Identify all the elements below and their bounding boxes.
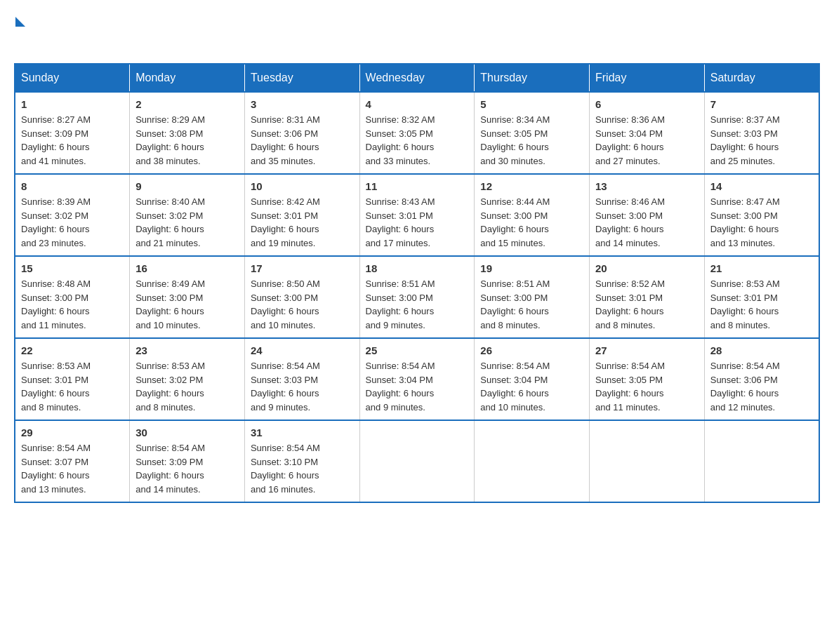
day-info: Sunrise: 8:52 AMSunset: 3:01 PMDaylight:… bbox=[595, 277, 699, 332]
day-info: Sunrise: 8:51 AMSunset: 3:00 PMDaylight:… bbox=[480, 277, 583, 332]
day-info: Sunrise: 8:54 AMSunset: 3:03 PMDaylight:… bbox=[251, 359, 354, 414]
logo bbox=[14, 14, 25, 49]
day-number: 12 bbox=[480, 180, 583, 192]
calendar-cell: 2 Sunrise: 8:29 AMSunset: 3:08 PMDayligh… bbox=[130, 92, 245, 174]
calendar-cell: 9 Sunrise: 8:40 AMSunset: 3:02 PMDayligh… bbox=[130, 174, 245, 256]
day-number: 28 bbox=[710, 344, 813, 356]
day-number: 7 bbox=[710, 98, 813, 110]
day-number: 10 bbox=[251, 180, 354, 192]
page-header bbox=[14, 14, 820, 49]
calendar-cell: 13 Sunrise: 8:46 AMSunset: 3:00 PMDaylig… bbox=[590, 174, 705, 256]
header-day-wednesday: Wednesday bbox=[359, 64, 475, 92]
day-number: 26 bbox=[480, 344, 583, 356]
day-number: 5 bbox=[480, 98, 583, 110]
day-info: Sunrise: 8:49 AMSunset: 3:00 PMDaylight:… bbox=[135, 277, 239, 332]
week-row-3: 15 Sunrise: 8:48 AMSunset: 3:00 PMDaylig… bbox=[15, 256, 819, 338]
header-day-tuesday: Tuesday bbox=[244, 64, 359, 92]
calendar-cell: 15 Sunrise: 8:48 AMSunset: 3:00 PMDaylig… bbox=[15, 256, 130, 338]
day-number: 20 bbox=[595, 262, 699, 274]
calendar-cell: 27 Sunrise: 8:54 AMSunset: 3:05 PMDaylig… bbox=[590, 338, 705, 420]
day-info: Sunrise: 8:31 AMSunset: 3:06 PMDaylight:… bbox=[251, 113, 354, 168]
calendar-cell: 28 Sunrise: 8:54 AMSunset: 3:06 PMDaylig… bbox=[704, 338, 819, 420]
calendar-cell: 3 Sunrise: 8:31 AMSunset: 3:06 PMDayligh… bbox=[244, 92, 359, 174]
day-number: 29 bbox=[21, 427, 124, 438]
day-info: Sunrise: 8:54 AMSunset: 3:10 PMDaylight:… bbox=[251, 441, 354, 496]
day-number: 27 bbox=[595, 344, 699, 356]
day-info: Sunrise: 8:54 AMSunset: 3:04 PMDaylight:… bbox=[366, 359, 469, 414]
header-day-sunday: Sunday bbox=[15, 64, 130, 92]
calendar-cell: 11 Sunrise: 8:43 AMSunset: 3:01 PMDaylig… bbox=[359, 174, 475, 256]
calendar-cell: 6 Sunrise: 8:36 AMSunset: 3:04 PMDayligh… bbox=[590, 92, 705, 174]
day-info: Sunrise: 8:54 AMSunset: 3:05 PMDaylight:… bbox=[595, 359, 699, 414]
week-row-1: 1 Sunrise: 8:27 AMSunset: 3:09 PMDayligh… bbox=[15, 92, 819, 174]
day-info: Sunrise: 8:42 AMSunset: 3:01 PMDaylight:… bbox=[251, 195, 354, 250]
calendar-cell: 1 Sunrise: 8:27 AMSunset: 3:09 PMDayligh… bbox=[15, 92, 130, 174]
day-number: 4 bbox=[366, 98, 469, 110]
calendar-header: SundayMondayTuesdayWednesdayThursdayFrid… bbox=[15, 64, 819, 92]
day-info: Sunrise: 8:54 AMSunset: 3:06 PMDaylight:… bbox=[710, 359, 813, 414]
day-number: 30 bbox=[135, 427, 239, 438]
calendar-cell: 14 Sunrise: 8:47 AMSunset: 3:00 PMDaylig… bbox=[704, 174, 819, 256]
day-number: 19 bbox=[480, 262, 583, 274]
day-number: 6 bbox=[595, 98, 699, 110]
calendar-cell: 25 Sunrise: 8:54 AMSunset: 3:04 PMDaylig… bbox=[359, 338, 475, 420]
calendar-cell: 20 Sunrise: 8:52 AMSunset: 3:01 PMDaylig… bbox=[590, 256, 705, 338]
day-info: Sunrise: 8:40 AMSunset: 3:02 PMDaylight:… bbox=[135, 195, 239, 250]
day-number: 23 bbox=[135, 344, 239, 356]
day-info: Sunrise: 8:54 AMSunset: 3:04 PMDaylight:… bbox=[480, 359, 583, 414]
calendar-cell bbox=[359, 420, 475, 502]
day-info: Sunrise: 8:53 AMSunset: 3:02 PMDaylight:… bbox=[135, 359, 239, 414]
day-info: Sunrise: 8:53 AMSunset: 3:01 PMDaylight:… bbox=[21, 359, 124, 414]
day-info: Sunrise: 8:44 AMSunset: 3:00 PMDaylight:… bbox=[480, 195, 583, 250]
calendar-cell: 30 Sunrise: 8:54 AMSunset: 3:09 PMDaylig… bbox=[130, 420, 245, 502]
day-number: 17 bbox=[251, 262, 354, 274]
day-info: Sunrise: 8:36 AMSunset: 3:04 PMDaylight:… bbox=[595, 113, 699, 168]
day-info: Sunrise: 8:48 AMSunset: 3:00 PMDaylight:… bbox=[21, 277, 124, 332]
day-number: 24 bbox=[251, 344, 354, 356]
calendar-cell: 10 Sunrise: 8:42 AMSunset: 3:01 PMDaylig… bbox=[244, 174, 359, 256]
calendar-cell: 26 Sunrise: 8:54 AMSunset: 3:04 PMDaylig… bbox=[475, 338, 590, 420]
header-row: SundayMondayTuesdayWednesdayThursdayFrid… bbox=[15, 64, 819, 92]
calendar-cell: 29 Sunrise: 8:54 AMSunset: 3:07 PMDaylig… bbox=[15, 420, 130, 502]
calendar-cell bbox=[704, 420, 819, 502]
header-day-saturday: Saturday bbox=[704, 64, 819, 92]
calendar-cell: 8 Sunrise: 8:39 AMSunset: 3:02 PMDayligh… bbox=[15, 174, 130, 256]
header-day-friday: Friday bbox=[590, 64, 705, 92]
logo-arrow-icon bbox=[15, 17, 25, 27]
day-number: 1 bbox=[21, 98, 124, 110]
day-info: Sunrise: 8:50 AMSunset: 3:00 PMDaylight:… bbox=[251, 277, 354, 332]
calendar-cell bbox=[475, 420, 590, 502]
header-day-monday: Monday bbox=[130, 64, 245, 92]
header-day-thursday: Thursday bbox=[475, 64, 590, 92]
week-row-5: 29 Sunrise: 8:54 AMSunset: 3:07 PMDaylig… bbox=[15, 420, 819, 502]
calendar-cell: 18 Sunrise: 8:51 AMSunset: 3:00 PMDaylig… bbox=[359, 256, 475, 338]
day-info: Sunrise: 8:34 AMSunset: 3:05 PMDaylight:… bbox=[480, 113, 583, 168]
week-row-2: 8 Sunrise: 8:39 AMSunset: 3:02 PMDayligh… bbox=[15, 174, 819, 256]
day-info: Sunrise: 8:27 AMSunset: 3:09 PMDaylight:… bbox=[21, 113, 124, 168]
day-info: Sunrise: 8:29 AMSunset: 3:08 PMDaylight:… bbox=[135, 113, 239, 168]
day-number: 15 bbox=[21, 262, 124, 274]
day-info: Sunrise: 8:54 AMSunset: 3:07 PMDaylight:… bbox=[21, 441, 124, 496]
day-info: Sunrise: 8:39 AMSunset: 3:02 PMDaylight:… bbox=[21, 195, 124, 250]
day-info: Sunrise: 8:47 AMSunset: 3:00 PMDaylight:… bbox=[710, 195, 813, 250]
calendar-cell: 19 Sunrise: 8:51 AMSunset: 3:00 PMDaylig… bbox=[475, 256, 590, 338]
calendar-cell: 23 Sunrise: 8:53 AMSunset: 3:02 PMDaylig… bbox=[130, 338, 245, 420]
day-number: 18 bbox=[366, 262, 469, 274]
day-number: 8 bbox=[21, 180, 124, 192]
day-number: 31 bbox=[251, 427, 354, 438]
calendar-cell: 4 Sunrise: 8:32 AMSunset: 3:05 PMDayligh… bbox=[359, 92, 475, 174]
day-info: Sunrise: 8:54 AMSunset: 3:09 PMDaylight:… bbox=[135, 441, 239, 496]
calendar-cell: 24 Sunrise: 8:54 AMSunset: 3:03 PMDaylig… bbox=[244, 338, 359, 420]
day-info: Sunrise: 8:37 AMSunset: 3:03 PMDaylight:… bbox=[710, 113, 813, 168]
day-info: Sunrise: 8:53 AMSunset: 3:01 PMDaylight:… bbox=[710, 277, 813, 332]
day-number: 21 bbox=[710, 262, 813, 274]
day-info: Sunrise: 8:46 AMSunset: 3:00 PMDaylight:… bbox=[595, 195, 699, 250]
calendar-cell: 22 Sunrise: 8:53 AMSunset: 3:01 PMDaylig… bbox=[15, 338, 130, 420]
day-number: 3 bbox=[251, 98, 354, 110]
week-row-4: 22 Sunrise: 8:53 AMSunset: 3:01 PMDaylig… bbox=[15, 338, 819, 420]
calendar-cell: 16 Sunrise: 8:49 AMSunset: 3:00 PMDaylig… bbox=[130, 256, 245, 338]
day-info: Sunrise: 8:43 AMSunset: 3:01 PMDaylight:… bbox=[366, 195, 469, 250]
day-info: Sunrise: 8:32 AMSunset: 3:05 PMDaylight:… bbox=[366, 113, 469, 168]
calendar-cell: 21 Sunrise: 8:53 AMSunset: 3:01 PMDaylig… bbox=[704, 256, 819, 338]
day-number: 14 bbox=[710, 180, 813, 192]
